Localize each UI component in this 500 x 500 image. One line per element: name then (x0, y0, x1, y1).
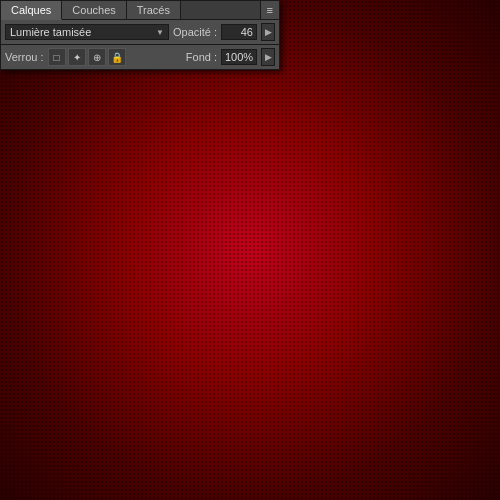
verrou-fond-row: Verrou : □ ✦ ⊕ 🔒 Fond : ▶ (1, 45, 279, 69)
tab-traces[interactable]: Tracés (127, 1, 181, 19)
canvas-background (0, 0, 500, 500)
fond-label: Fond : (186, 51, 217, 63)
blend-mode-dropdown[interactable]: Lumière tamisée ▼ (5, 24, 169, 40)
lock-all-button[interactable]: 🔒 (108, 48, 126, 66)
opacity-input[interactable] (221, 24, 257, 40)
blend-mode-label: Lumière tamisée (10, 26, 91, 38)
layers-panel: Calques Couches Tracés ≡ Lumière tamisée… (0, 0, 280, 70)
lock-icons-group: □ ✦ ⊕ 🔒 (48, 48, 126, 66)
opacity-stepper-button[interactable]: ▶ (261, 23, 275, 41)
panel-menu-button[interactable]: ≡ (260, 1, 279, 19)
tabs-row: Calques Couches Tracés ≡ (1, 1, 279, 20)
dropdown-arrow-icon: ▼ (156, 28, 164, 37)
fond-section: Fond : ▶ (186, 48, 275, 66)
opacity-label: Opacité : (173, 26, 217, 38)
tab-couches[interactable]: Couches (62, 1, 126, 19)
verrou-label: Verrou : (5, 51, 44, 63)
fond-stepper-button[interactable]: ▶ (261, 48, 275, 66)
fond-input[interactable] (221, 49, 257, 65)
lock-position-button[interactable]: ⊕ (88, 48, 106, 66)
tab-calques[interactable]: Calques (1, 1, 62, 20)
lock-move-button[interactable]: ✦ (68, 48, 86, 66)
blend-opacity-row: Lumière tamisée ▼ Opacité : ▶ (1, 20, 279, 45)
lock-pixels-button[interactable]: □ (48, 48, 66, 66)
